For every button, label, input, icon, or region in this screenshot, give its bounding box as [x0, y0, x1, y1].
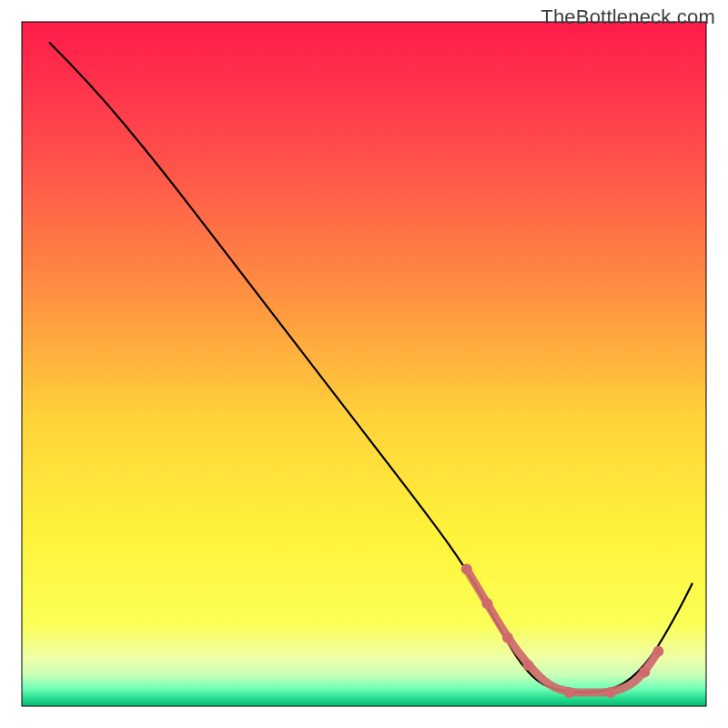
svg-point-5 [605, 687, 616, 698]
svg-point-3 [523, 660, 534, 671]
svg-point-0 [461, 564, 472, 575]
svg-point-6 [639, 666, 650, 677]
svg-point-1 [481, 598, 492, 609]
attribution-watermark: TheBottleneck.com [541, 5, 715, 29]
svg-point-2 [502, 632, 513, 643]
svg-point-4 [564, 687, 575, 698]
bottleneck-chart [0, 0, 728, 728]
svg-point-7 [652, 646, 663, 657]
chart-container: TheBottleneck.com [0, 0, 728, 728]
